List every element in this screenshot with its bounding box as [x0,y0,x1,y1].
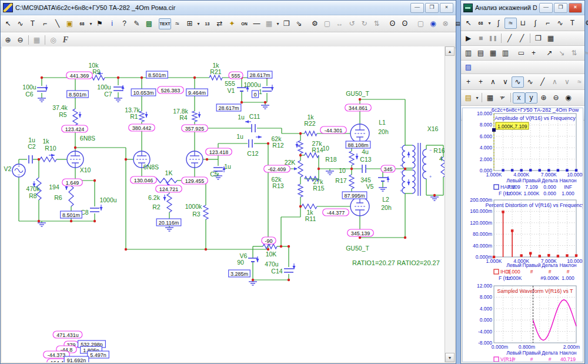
component-label[interactable]: C5 [210,171,218,178]
fourier-tool-icon[interactable]: ∿ [554,18,566,29]
component-label[interactable]: C7 [104,91,112,98]
zoom-out-icon[interactable]: ⊖ [14,35,26,46]
scroll-down-button[interactable]: ▼ [445,353,455,362]
analysis-minimize-button[interactable]: — [539,3,553,13]
component-label[interactable]: R1 [130,113,138,120]
slope-display-icon[interactable]: ⌐ [542,18,554,29]
component-label[interactable]: 555 [225,80,235,87]
go-inflection-icon[interactable]: ╱ [536,76,549,88]
font-f-icon[interactable]: F [59,35,72,46]
metafile-tool-icon[interactable]: ▩ [143,18,155,29]
numeric-table-icon[interactable]: ▦ [544,33,557,44]
component-label[interactable]: 90 [237,259,244,266]
cursor-line-2-icon[interactable]: ╱ [516,33,528,44]
node-numbers-icon[interactable]: 13 [201,18,213,29]
node-probe-icon[interactable]: ⊞ [183,18,196,29]
zoom-in-icon[interactable]: ⊕ [537,92,550,103]
numeric-grid-icon[interactable]: ▦ [484,92,496,103]
component-label[interactable]: 1000u [99,196,116,203]
component-label[interactable]: C6 [25,91,34,98]
component-label[interactable]: 37.4k [52,104,68,111]
x-axis-pan-icon[interactable]: x [513,92,525,103]
component-label[interactable]: 194 [49,183,59,191]
component-label[interactable]: R10 [45,145,56,152]
stop-icon[interactable]: ■ [475,33,487,44]
select-tool-icon[interactable]: ↖ [462,18,475,29]
find-text-icon[interactable]: ʘ [399,18,411,29]
component-label[interactable]: 10 [322,145,329,152]
component-label[interactable]: 470k [26,185,41,192]
grid-dropdown-icon[interactable]: ▾ [275,18,280,29]
component-label[interactable]: R13 [272,182,283,189]
component-label[interactable]: R11 [305,215,316,222]
component-label[interactable]: L1 [379,119,386,126]
one-graph-icon[interactable]: ▥ [462,48,475,59]
analysis-titlebar[interactable]: Анализ искажений Dist... — ❐ × [461,1,584,15]
left-panels-icon[interactable]: ▦ [487,48,499,59]
pause-icon[interactable]: ❚❚ [487,33,499,44]
waveform-probe-icon[interactable]: ≈ [171,18,183,29]
go-valley-icon[interactable]: ∨ [499,76,512,88]
component-label[interactable]: L2 [382,196,389,203]
tag-slope-icon[interactable]: ↗ [543,48,556,59]
rotate-cw-icon[interactable]: ↻ [358,18,370,29]
zoom-out-icon[interactable]: ⊖ [550,92,562,103]
cursor-left-icon[interactable]: + [462,76,475,88]
cursor-line-icon[interactable]: ╱ [503,33,516,44]
component-label[interactable]: 1u [238,113,245,121]
align-cursors-icon[interactable]: ≈ [505,18,517,29]
run-icon[interactable]: ▶ [462,33,475,44]
y-axis-pan-icon[interactable]: y [525,92,537,103]
component-label[interactable]: 22K [285,159,296,166]
rotate-ccw-icon[interactable]: ↺ [346,18,358,29]
component-label[interactable]: R22 [304,120,315,127]
component-label[interactable]: R18 [325,156,336,163]
component-label[interactable]: 1000k [185,203,202,210]
component-label[interactable]: R8 [29,192,37,199]
component-label[interactable]: R15 [313,185,324,192]
draw-arrow-icon[interactable]: ⇘ [293,18,305,29]
help-topics-icon[interactable]: ▤ [462,92,475,103]
component-label[interactable]: R5 [59,111,67,118]
single-pane-icon[interactable]: ▭ [515,48,527,59]
grid-toggle-icon[interactable]: ▦ [263,18,275,29]
component-label[interactable]: 470u [265,261,279,268]
component-label[interactable]: 100u [97,84,111,91]
component-label[interactable]: 100u [22,84,36,91]
stretch-icon[interactable]: ↔ [333,18,346,29]
component-label[interactable]: 4 [439,155,443,162]
text-stencil-icon[interactable]: TEXT [159,18,171,29]
go-envelope-icon[interactable]: ≈ [573,76,586,88]
flag-tool-icon[interactable]: ⚑ [93,18,106,29]
analysis-maximize-button[interactable]: ❐ [554,3,567,13]
help-dropdown-icon[interactable]: ▾ [475,92,480,103]
vertical-scrollbar[interactable]: ▲ ▼ [445,46,455,362]
close-button[interactable]: × [440,3,453,13]
box-select-icon[interactable]: ▢ [321,18,333,29]
maximize-button[interactable]: ❐ [425,3,439,13]
error-status-icon[interactable]: ⊗ [439,18,452,29]
component-label[interactable]: 6N8S [143,163,159,171]
on-labels-icon[interactable]: ON [238,18,250,29]
go-cross-icon[interactable]: ✕ [586,76,588,88]
component-label[interactable]: R9 [92,68,101,75]
component-label[interactable]: C13 [360,156,371,163]
parts-dropdown-icon[interactable]: ▾ [88,18,93,29]
component-label[interactable]: 6N8S [80,135,95,142]
tag-point-icon[interactable]: ↘ [556,48,568,59]
component-label[interactable]: R17 [335,177,346,184]
component-label[interactable]: 10 [339,167,346,174]
component-label[interactable]: 4u [362,148,369,155]
component-label[interactable]: R14 [312,146,323,153]
tag-delta-icon[interactable]: ⇅ [568,48,580,59]
scroll-up-button[interactable]: ▲ [445,46,455,56]
window-monitor-icon[interactable]: ▢ [415,18,427,29]
bottom-axis-icon[interactable]: ⊔ [517,18,529,29]
component-label[interactable]: 1000u [243,81,260,88]
line-tool-icon[interactable]: ╲ [51,18,64,29]
analysis-close-button[interactable]: × [569,3,582,13]
schematic-titlebar[interactable]: C:\MC9\DATA\6с2с+6н8с+ГУ50 ТА-282 _4Om Р… [1,1,456,15]
text-tool-icon[interactable]: T [566,18,579,29]
go-bottom-icon[interactable]: ∨ [561,76,573,88]
properties-icon[interactable]: ⚙ [309,18,321,29]
